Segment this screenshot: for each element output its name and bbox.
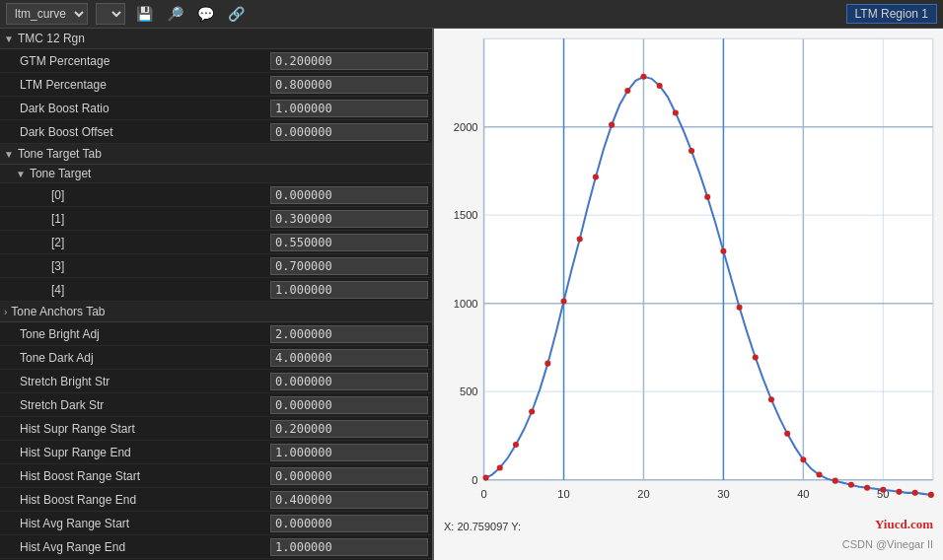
prop-name-tba: Tone Bright Adj bbox=[20, 327, 270, 341]
save-icon-btn[interactable]: 💾 bbox=[133, 5, 156, 23]
tone-anchors-tab-arrow: › bbox=[4, 307, 7, 317]
svg-point-43 bbox=[720, 248, 726, 254]
svg-text:2000: 2000 bbox=[454, 121, 478, 133]
chart-svg: 0 500 1000 1500 2000 0 10 20 30 40 50 bbox=[434, 29, 943, 560]
prop-gtm-percentage: GTM Percentage bbox=[0, 49, 432, 73]
prop-val-2 bbox=[270, 234, 428, 251]
input-hbs[interactable] bbox=[270, 467, 428, 485]
input-hss[interactable] bbox=[270, 420, 428, 438]
input-has[interactable] bbox=[270, 515, 428, 532]
prop-val-dark-boost-ratio bbox=[270, 100, 428, 117]
prop-val-hse bbox=[270, 444, 428, 461]
region-label: LTM Region 1 bbox=[846, 4, 937, 24]
svg-text:0: 0 bbox=[480, 488, 486, 500]
link-icon-btn[interactable]: 🔗 bbox=[225, 5, 248, 23]
input-dark-boost-offset[interactable] bbox=[270, 123, 428, 141]
prop-name-4: [4] bbox=[51, 283, 270, 297]
svg-point-37 bbox=[624, 88, 630, 94]
prop-tone-1: [1] bbox=[0, 207, 432, 231]
prop-val-sd bbox=[270, 396, 428, 414]
prop-name-ltm: LTM Percentage bbox=[20, 78, 270, 92]
svg-point-50 bbox=[833, 478, 838, 484]
prop-name-dark-boost-ratio: Dark Boost Ratio bbox=[20, 102, 270, 115]
prop-val-hae bbox=[270, 538, 428, 556]
prop-tone-0: [0] bbox=[0, 183, 432, 207]
prop-name-gtm: GTM Percentage bbox=[20, 54, 270, 68]
prop-name-sd: Stretch Dark Str bbox=[20, 398, 270, 412]
top-bar: ltm_curve 💾 🔎 💬 🔗 LTM Region 1 bbox=[0, 0, 943, 29]
svg-point-36 bbox=[609, 122, 615, 128]
svg-point-46 bbox=[768, 396, 774, 402]
input-tone-4[interactable] bbox=[270, 281, 428, 299]
prop-dark-boost-offset: Dark Boost Offset bbox=[0, 120, 432, 144]
svg-text:1500: 1500 bbox=[454, 209, 478, 221]
input-tone-3[interactable] bbox=[270, 257, 428, 275]
svg-point-39 bbox=[657, 83, 663, 89]
tone-target-sub-arrow: ▼ bbox=[16, 169, 26, 179]
svg-point-41 bbox=[689, 148, 694, 154]
prop-name-hae: Hist Avg Range End bbox=[20, 540, 270, 554]
prop-tone-dark-adj: Tone Dark Adj bbox=[0, 346, 432, 370]
secondary-dropdown[interactable] bbox=[96, 3, 125, 25]
tone-target-sub-header[interactable]: ▼ Tone Target bbox=[0, 165, 432, 183]
svg-point-35 bbox=[593, 174, 599, 179]
svg-point-34 bbox=[577, 237, 583, 243]
prop-name-1: [1] bbox=[51, 212, 270, 226]
svg-point-32 bbox=[544, 361, 550, 367]
root-header[interactable]: ▼ TMC 12 Rgn bbox=[0, 29, 432, 49]
comment-icon-btn[interactable]: 💬 bbox=[194, 5, 217, 23]
prop-val-hss bbox=[270, 420, 428, 438]
prop-name-hbe: Hist Boost Range End bbox=[20, 493, 270, 507]
curve-dropdown[interactable]: ltm_curve bbox=[6, 3, 88, 25]
input-tone-1[interactable] bbox=[270, 210, 428, 228]
prop-hist-supr-end: Hist Supr Range End bbox=[0, 441, 432, 464]
prop-name-sb: Stretch Bright Str bbox=[20, 375, 270, 388]
prop-val-hbs bbox=[270, 467, 428, 485]
input-dark-boost-ratio[interactable] bbox=[270, 100, 428, 117]
prop-hist-avg-end: Hist Avg Range End bbox=[0, 535, 432, 559]
svg-point-30 bbox=[513, 442, 519, 448]
tone-target-tab-arrow: ▼ bbox=[4, 149, 14, 160]
chart-area[interactable]: 0 500 1000 1500 2000 0 10 20 30 40 50 bbox=[434, 29, 943, 560]
main-content: ▼ TMC 12 Rgn GTM Percentage LTM Percenta… bbox=[0, 29, 943, 560]
prop-name-hbs: Hist Boost Range Start bbox=[20, 469, 270, 483]
input-gtm[interactable] bbox=[270, 52, 428, 70]
svg-text:10: 10 bbox=[557, 488, 569, 500]
right-panel: 0 500 1000 1500 2000 0 10 20 30 40 50 bbox=[434, 29, 943, 560]
input-hae[interactable] bbox=[270, 538, 428, 556]
input-hbe[interactable] bbox=[270, 491, 428, 509]
prop-ltm-percentage: LTM Percentage bbox=[0, 73, 432, 97]
input-sd[interactable] bbox=[270, 396, 428, 414]
prop-tone-2: [2] bbox=[0, 231, 432, 254]
svg-point-47 bbox=[784, 431, 790, 437]
prop-name-hss: Hist Supr Range Start bbox=[20, 422, 270, 436]
input-ltm[interactable] bbox=[270, 76, 428, 94]
watermark: Yiucd.com bbox=[875, 517, 933, 532]
coord-display: X: 20.759097 Y: bbox=[444, 521, 521, 532]
tone-target-tab-label: Tone Target Tab bbox=[18, 147, 102, 161]
search-icon-btn[interactable]: 🔎 bbox=[164, 5, 186, 23]
svg-point-44 bbox=[737, 305, 743, 311]
prop-tone-3: [3] bbox=[0, 254, 432, 278]
svg-point-29 bbox=[497, 464, 503, 470]
prop-name-dark-boost-offset: Dark Boost Offset bbox=[20, 125, 270, 139]
svg-point-48 bbox=[800, 456, 806, 462]
tone-anchors-tab-header[interactable]: › Tone Anchors Tab bbox=[0, 302, 432, 322]
input-tone-2[interactable] bbox=[270, 234, 428, 251]
input-hse[interactable] bbox=[270, 444, 428, 461]
prop-val-ltm bbox=[270, 76, 428, 94]
input-tone-0[interactable] bbox=[270, 186, 428, 204]
input-tda[interactable] bbox=[270, 349, 428, 367]
svg-text:0: 0 bbox=[472, 474, 477, 486]
prop-hist-supr-start: Hist Supr Range Start bbox=[0, 417, 432, 441]
tone-target-tab-header[interactable]: ▼ Tone Target Tab bbox=[0, 144, 432, 165]
prop-val-dark-boost-offset bbox=[270, 123, 428, 141]
input-sb[interactable] bbox=[270, 373, 428, 390]
svg-point-33 bbox=[560, 299, 566, 305]
prop-val-1 bbox=[270, 210, 428, 228]
root-title: TMC 12 Rgn bbox=[18, 32, 85, 45]
svg-point-55 bbox=[912, 490, 918, 496]
left-panel: ▼ TMC 12 Rgn GTM Percentage LTM Percenta… bbox=[0, 29, 434, 560]
svg-point-45 bbox=[753, 355, 759, 361]
input-tba[interactable] bbox=[270, 325, 428, 343]
